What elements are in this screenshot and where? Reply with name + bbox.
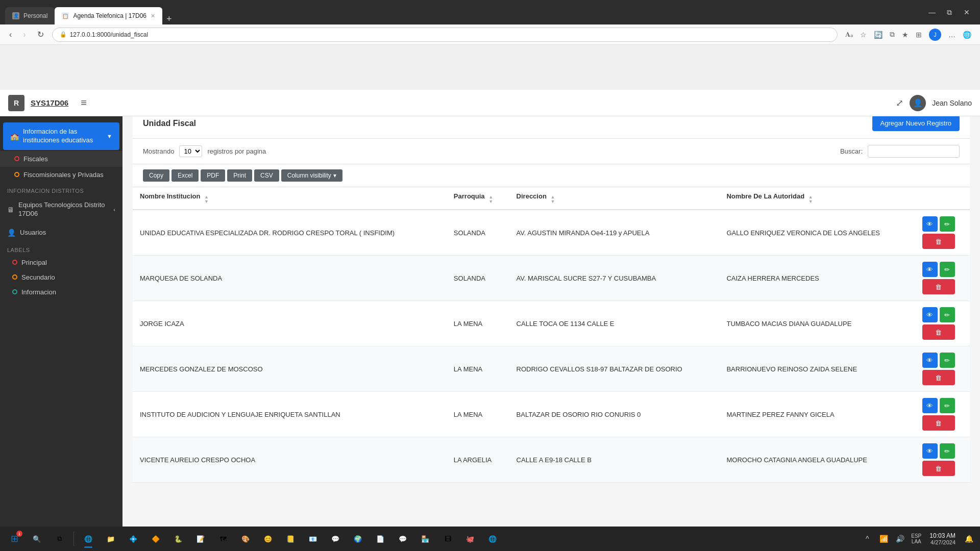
expand-icon[interactable]: ⤢	[896, 97, 903, 109]
delete-button[interactable]: 🗑	[922, 324, 955, 340]
per-page-select[interactable]: 10 25 50	[179, 145, 202, 157]
col-actions	[915, 187, 970, 210]
action-row-top: 👁 ✏	[922, 307, 963, 322]
view-button[interactable]: 👁	[922, 353, 938, 368]
cell-nombre: INSTITUTO DE AUDICION Y LENGUAJE ENRIQUE…	[133, 392, 447, 437]
label-principal[interactable]: Principal	[0, 255, 122, 270]
action-row-bottom: 🗑	[922, 324, 963, 340]
cell-autoridad: MOROCHO CATAGNIA ANGELA GUADALUPE	[719, 437, 915, 483]
delete-button[interactable]: 🗑	[922, 234, 955, 249]
view-button[interactable]: 👁	[922, 262, 938, 277]
address-bar: ‹ › ↻ 🔒 127.0.0.1:8000/unidad_fiscal 𝐀ₐ …	[0, 24, 980, 45]
action-buttons: 👁 ✏ 🗑	[922, 262, 963, 294]
cell-parroquia: SOLANDA	[447, 256, 509, 301]
action-buttons: 👁 ✏ 🗑	[922, 398, 963, 431]
tab-agenda[interactable]: 📋 Agenda Telefonica | 17D06 ✕	[55, 7, 162, 24]
label-principal-dot	[12, 260, 17, 265]
sidebar-item-equipos[interactable]: 🖥 Equipos Tecnologicos Distrito 17D06 ‹	[0, 196, 122, 223]
forward-button[interactable]: ›	[20, 28, 29, 41]
cell-autoridad: TUMBACO MACIAS DIANA GUADALUPE	[719, 301, 915, 346]
sidebar-item-instituciones[interactable]: 🏫 Informacion de las instituciones educa…	[3, 122, 119, 150]
action-buttons: 👁 ✏ 🗑	[922, 443, 963, 476]
action-row-top: 👁 ✏	[922, 443, 963, 459]
action-row-top: 👁 ✏	[922, 262, 963, 277]
delete-button[interactable]: 🗑	[922, 279, 955, 294]
label-secundario[interactable]: Secundario	[0, 270, 122, 285]
collections-icon[interactable]: ⊞	[913, 27, 924, 43]
sidebar-instituciones-label: Informacion de las instituciones educati…	[23, 128, 103, 145]
label-principal-text: Principal	[21, 259, 47, 266]
view-button[interactable]: 👁	[922, 307, 938, 322]
table-search-input[interactable]	[868, 145, 960, 158]
label-informacion[interactable]: Informacion	[0, 285, 122, 299]
csv-button[interactable]: CSV	[254, 169, 279, 182]
cell-nombre: UNIDAD EDUCATIVA ESPECIALIZADA DR. RODRI…	[133, 210, 447, 256]
back-button[interactable]: ‹	[6, 28, 15, 41]
data-table: Nombre Institucion ▲▼ Parroquia ▲▼ Direc…	[133, 187, 970, 483]
restore-button[interactable]: ⧉	[941, 5, 958, 19]
fav-icon[interactable]: ★	[899, 27, 911, 43]
action-buttons: 👁 ✏ 🗑	[922, 353, 963, 385]
view-button[interactable]: 👁	[922, 443, 938, 459]
app-title[interactable]: SYS17D06	[31, 98, 68, 107]
edge-icon[interactable]: 🌐	[960, 27, 974, 43]
edit-button[interactable]: ✏	[940, 353, 955, 368]
reader-icon[interactable]: 𝐀ₐ	[843, 27, 855, 43]
edit-button[interactable]: ✏	[940, 307, 955, 322]
cell-parroquia: SOLANDA	[447, 210, 509, 256]
url-bar[interactable]: 🔒 127.0.0.1:8000/unidad_fiscal	[52, 28, 838, 42]
column-visibility-button[interactable]: Column visibility ▾	[281, 169, 342, 182]
copy-button[interactable]: Copy	[143, 169, 169, 182]
sidebar: 🔍 🏫 Informacion de las instituciones edu…	[0, 98, 122, 527]
label-secundario-dot	[12, 274, 17, 280]
top-bar: R SYS17D06 ≡ ⤢ 👤 Jean Solano	[0, 90, 980, 116]
equipos-label: Equipos Tecnologicos Distrito 17D06	[18, 201, 109, 218]
pdf-button[interactable]: PDF	[201, 169, 225, 182]
col-autoridad[interactable]: Nombre De La Autoridad ▲▼	[719, 187, 915, 210]
sidebar-sub-fiscales[interactable]: Fiscales	[0, 151, 122, 167]
col-parroquia[interactable]: Parroquia ▲▼	[447, 187, 509, 210]
table-header-row: Nombre Institucion ▲▼ Parroquia ▲▼ Direc…	[133, 187, 970, 210]
excel-button[interactable]: Excel	[172, 169, 199, 182]
edit-button[interactable]: ✏	[940, 443, 955, 459]
sidebar-item-usuarios[interactable]: 👤 Usuarios	[0, 223, 122, 242]
menu-icon[interactable]: ≡	[81, 97, 87, 109]
edit-button[interactable]: ✏	[940, 262, 955, 277]
edit-button[interactable]: ✏	[940, 216, 955, 232]
tab-personal[interactable]: 👤 Personal	[5, 7, 55, 24]
table-row: VICENTE AURELIO CRESPO OCHOA LA ARGELIA …	[133, 437, 970, 483]
action-row-bottom: 🗑	[922, 370, 963, 385]
user-name: Jean Solano	[932, 99, 972, 107]
print-button[interactable]: Print	[227, 169, 252, 182]
instituciones-icon: 🏫	[10, 132, 19, 140]
col-nombre[interactable]: Nombre Institucion ▲▼	[133, 187, 447, 210]
cell-nombre: JORGE ICAZA	[133, 301, 447, 346]
delete-button[interactable]: 🗑	[922, 370, 955, 385]
new-tab-button[interactable]: +	[162, 14, 176, 24]
more-icon[interactable]: …	[946, 27, 958, 43]
cell-direccion: AV. AGUSTIN MIRANDA Oe4-119 y APUELA	[509, 210, 720, 256]
main-content: Unidad Fiscal Agregar Nuevo Registro Mos…	[122, 98, 980, 527]
sidebar-sub-fiscomisionales[interactable]: Fiscomisionales y Privadas	[0, 167, 122, 183]
view-button[interactable]: 👁	[922, 398, 938, 413]
add-record-button[interactable]: Agregar Nuevo Registro	[872, 115, 960, 131]
table-row: MERCEDES GONZALEZ DE MOSCOSO LA MENA ROD…	[133, 346, 970, 392]
profile-btn[interactable]: J	[926, 27, 944, 43]
table-row: JORGE ICAZA LA MENA CALLE TOCA OE 1134 C…	[133, 301, 970, 346]
view-button[interactable]: 👁	[922, 216, 938, 232]
minimize-button[interactable]: —	[924, 5, 940, 19]
edit-button[interactable]: ✏	[940, 398, 955, 413]
reload-button[interactable]: ↻	[34, 28, 47, 41]
star-icon[interactable]: ☆	[857, 27, 869, 43]
refresh-icon[interactable]: 🔄	[871, 27, 885, 43]
cell-autoridad: MARTINEZ PEREZ FANNY GICELA	[719, 392, 915, 437]
tab-personal-label: Personal	[23, 12, 47, 19]
cell-actions: 👁 ✏ 🗑	[915, 301, 970, 346]
close-button[interactable]: ✕	[959, 5, 975, 19]
delete-button[interactable]: 🗑	[922, 461, 955, 476]
tab-close-icon[interactable]: ✕	[151, 13, 155, 19]
split-icon[interactable]: ⧉	[887, 27, 897, 43]
delete-button[interactable]: 🗑	[922, 415, 955, 431]
content-area: 🔍 🏫 Informacion de las instituciones edu…	[0, 45, 980, 527]
col-direccion[interactable]: Direccion ▲▼	[509, 187, 720, 210]
